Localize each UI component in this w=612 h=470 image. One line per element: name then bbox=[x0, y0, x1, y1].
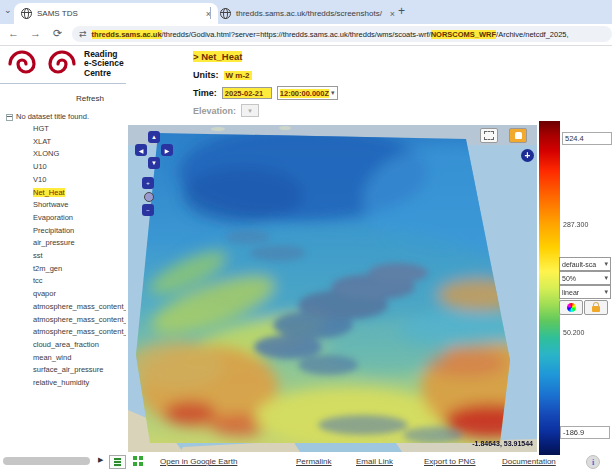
tree-item-atm-cloud[interactable]: atmosphere_mass_content_of_cloud bbox=[6, 301, 126, 314]
logo-line: Centre bbox=[84, 69, 124, 79]
dataset-tree: No dataset title found. HGT XLAT XLONG U… bbox=[0, 107, 126, 390]
palette-select[interactable]: default-sca ▾ bbox=[559, 257, 611, 271]
animation-button[interactable] bbox=[109, 455, 126, 469]
units-value: W m-2 bbox=[224, 71, 252, 80]
cursor-coordinates: -1.84643, 53.91544 bbox=[472, 440, 533, 447]
map-viewport[interactable]: ▲ ◀ ▶ ▼ + − + -1.84643, 53.91544 bbox=[128, 125, 537, 452]
tree-item-tcc[interactable]: tcc bbox=[6, 275, 126, 288]
address-bar[interactable]: ⇄ thredds.sams.ac.uk/thredds/Godiva.html… bbox=[72, 26, 612, 42]
tree-item-v10[interactable]: V10 bbox=[6, 174, 126, 187]
tree-item-evaporation[interactable]: Evaporation bbox=[6, 212, 126, 225]
tree-item-hgt[interactable]: HGT bbox=[6, 123, 126, 136]
tree-root-row[interactable]: No dataset title found. bbox=[6, 111, 126, 123]
tree-item-cloud-area-fraction[interactable]: cloud_area_fraction bbox=[6, 339, 126, 352]
drag-hand-button[interactable] bbox=[509, 128, 527, 143]
url-domain-highlight: thredds.sams.ac.uk bbox=[92, 30, 162, 39]
close-tab-icon[interactable]: × bbox=[390, 9, 395, 19]
tab-title: SAMS TDS bbox=[37, 9, 78, 18]
tree-item-qvapor[interactable]: qvapor bbox=[6, 288, 126, 301]
tab-divider bbox=[210, 7, 211, 19]
globe-favicon-icon bbox=[220, 8, 231, 19]
chevron-down-icon: ▾ bbox=[248, 107, 252, 115]
tree-item-sst[interactable]: sst bbox=[6, 250, 126, 263]
pan-right-button[interactable]: ▶ bbox=[161, 144, 173, 156]
tree-item-surface-air-pressure[interactable]: surface_air_pressure bbox=[6, 364, 126, 377]
opacity-select[interactable]: 50% ▾ bbox=[559, 271, 611, 285]
tab-sams-tds[interactable]: SAMS TDS × bbox=[14, 3, 218, 24]
tab-screenshots[interactable]: thredds.sams.ac.uk/thredds/screenshots/ … bbox=[213, 3, 402, 24]
pan-up-button[interactable]: ▲ bbox=[148, 131, 160, 143]
select-region-button[interactable] bbox=[480, 128, 498, 143]
export-png-link[interactable]: Export to PNG bbox=[424, 457, 476, 466]
lock-icon bbox=[592, 306, 600, 312]
scale-lower-label: 50.200 bbox=[563, 329, 584, 336]
back-icon[interactable]: ← bbox=[8, 27, 19, 39]
chevron-down-icon: ▾ bbox=[331, 89, 335, 97]
time-animation-slider[interactable] bbox=[3, 457, 90, 465]
elevation-label: Elevation: bbox=[193, 106, 236, 116]
tree-item-air-pressure[interactable]: air_pressure bbox=[6, 237, 126, 250]
new-tab-button[interactable]: + bbox=[398, 4, 405, 18]
tree-item-atm-water[interactable]: atmosphere_mass_content_of_water bbox=[6, 326, 126, 339]
elevation-select-disabled: ▾ bbox=[241, 104, 259, 117]
tree-item-atm-ozone[interactable]: atmosphere_mass_content_of_ozone bbox=[6, 314, 126, 327]
documentation-link[interactable]: Documentation bbox=[502, 457, 556, 466]
palette-select-value: default-sca bbox=[562, 261, 596, 268]
chevron-down-icon: ▾ bbox=[604, 260, 608, 268]
pan-down-button[interactable]: ▼ bbox=[148, 157, 160, 169]
tree-item-relative-humidity[interactable]: relative_humidity bbox=[6, 377, 126, 390]
tree-item-u10[interactable]: U10 bbox=[6, 161, 126, 174]
lock-scale-button[interactable] bbox=[584, 300, 608, 315]
layer-switcher-button[interactable]: + bbox=[521, 149, 534, 162]
browser-tab-strip: ⌄ SAMS TDS × thredds.sams.ac.uk/thredds/… bbox=[0, 0, 612, 24]
chevron-down-icon: ▾ bbox=[604, 288, 608, 296]
tree-item-precipitation[interactable]: Precipitation bbox=[6, 225, 126, 238]
tree-root-label: No dataset title found. bbox=[16, 111, 89, 123]
tab-title: thredds.sams.ac.uk/thredds/screenshots/ bbox=[236, 9, 382, 18]
tree-item-t2m-gen[interactable]: t2m_gen bbox=[6, 263, 126, 276]
tree-item-mean-wind[interactable]: mean_wind bbox=[6, 352, 126, 365]
breadcrumb-highlight: > Net_Heat bbox=[193, 51, 242, 62]
url-tail: /Archive/netcdf_2025, bbox=[496, 30, 569, 39]
info-icon[interactable]: i bbox=[586, 455, 600, 469]
forward-icon[interactable]: → bbox=[30, 27, 41, 39]
reload-icon[interactable]: ⟳ bbox=[53, 27, 62, 40]
tab-search-icon[interactable]: ⌄ bbox=[4, 5, 12, 15]
chevron-down-icon: ▾ bbox=[604, 274, 608, 282]
refresh-row: Refresh bbox=[0, 84, 126, 107]
hand-icon bbox=[515, 132, 522, 139]
breadcrumb: > Net_Heat bbox=[193, 51, 242, 62]
color-wheel-icon bbox=[567, 303, 576, 312]
scale-min-input[interactable] bbox=[560, 426, 610, 439]
url-dataset-highlight: NORSCOMS_WRF bbox=[431, 30, 496, 39]
globe-favicon-icon bbox=[21, 8, 32, 19]
tree-collapse-icon[interactable] bbox=[6, 114, 13, 121]
spacing-select[interactable]: linear ▾ bbox=[559, 285, 611, 299]
scale-upper-label: 287.300 bbox=[563, 221, 588, 228]
color-scale-bar[interactable] bbox=[539, 121, 560, 455]
tree-item-net-heat-selected[interactable]: Net_Heat bbox=[6, 187, 126, 200]
units-label: Units: bbox=[193, 70, 219, 80]
open-google-earth-link[interactable]: Open in Google Earth bbox=[160, 457, 237, 466]
opacity-select-value: 50% bbox=[562, 275, 576, 282]
time-select[interactable]: 12:00:00.000Z ▾ bbox=[277, 86, 338, 100]
permalink-link[interactable]: Permalink bbox=[296, 457, 332, 466]
scale-max-input[interactable] bbox=[562, 132, 612, 145]
pan-left-button[interactable]: ◀ bbox=[135, 144, 147, 156]
layer-panel: Refresh No dataset title found. HGT XLAT… bbox=[0, 83, 126, 390]
tree-item-xlong[interactable]: XLONG bbox=[6, 148, 126, 161]
palette-picker-button[interactable] bbox=[559, 300, 583, 315]
tree-item-xlat[interactable]: XLAT bbox=[6, 136, 126, 149]
grid-icon[interactable] bbox=[133, 456, 137, 460]
selected-variable-highlight: Net_Heat bbox=[33, 188, 65, 197]
refresh-button[interactable]: Refresh bbox=[76, 94, 104, 103]
zoom-in-button[interactable]: + bbox=[142, 177, 154, 189]
footer-bar: ▶ Open in Google Earth Permalink Email L… bbox=[0, 455, 612, 470]
tree-item-shortwave[interactable]: Shortwave bbox=[6, 199, 126, 212]
url-path: /thredds/Godiva.html?server=https://thre… bbox=[162, 30, 431, 39]
email-link[interactable]: Email Link bbox=[356, 457, 393, 466]
play-icon[interactable]: ▶ bbox=[98, 456, 103, 464]
zoom-slider-handle[interactable] bbox=[144, 192, 154, 202]
zoom-out-button[interactable]: − bbox=[142, 204, 154, 216]
date-input[interactable] bbox=[222, 87, 272, 99]
